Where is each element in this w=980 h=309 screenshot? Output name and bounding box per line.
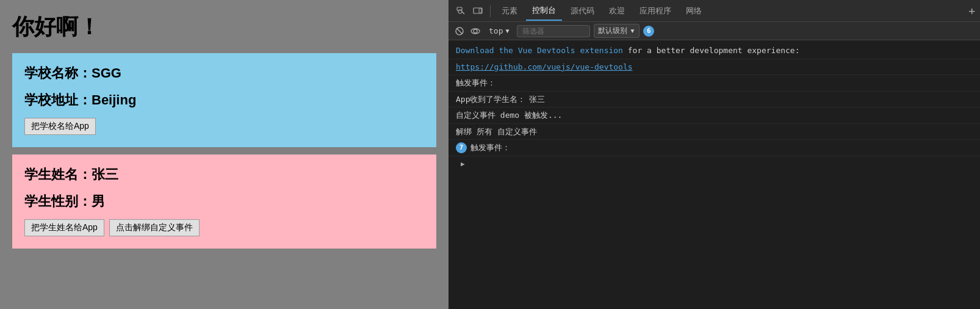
right-panel: 元素 控制台 源代码 欢迎 应用程序 网络 + top ▼: [449, 0, 980, 309]
svg-point-7: [474, 29, 477, 33]
unbind-custom-event-button[interactable]: 点击解绑自定义事件: [109, 219, 200, 236]
console-toolbar: top ▼ 默认级别 ▼ 6: [449, 22, 980, 40]
log-level-label: 默认级别: [598, 26, 627, 36]
clear-console-icon[interactable]: [453, 25, 466, 37]
console-text: 触发事件：: [470, 142, 510, 154]
normal-text: for a better development experience:: [628, 46, 800, 55]
context-dropdown[interactable]: top ▼: [485, 25, 513, 37]
device-toggle-icon[interactable]: [470, 4, 485, 18]
devtools-link[interactable]: https://github.com/vuejs/vue-devtools: [456, 61, 633, 73]
school-name-value: SGG: [92, 65, 121, 81]
error-count-badge: 6: [643, 26, 654, 37]
log-level-dropdown[interactable]: 默认级别 ▼: [594, 24, 640, 38]
console-text: Download the Vue Devtools extension for …: [456, 45, 800, 57]
svg-line-1: [462, 12, 464, 14]
student-btn-row: 把学生姓名给App 点击解绑自定义事件: [24, 219, 424, 236]
console-line: 解绑 所有 自定义事件: [449, 124, 980, 140]
student-name-line: 学生姓名：张三: [24, 165, 424, 184]
repeat-count-badge: 7: [456, 142, 467, 153]
student-gender-label: 学生性别：: [24, 194, 92, 209]
context-label: top: [489, 26, 503, 35]
student-gender-line: 学生性别：男: [24, 192, 424, 211]
console-line: https://github.com/vuejs/vue-devtools: [449, 59, 980, 76]
console-settings-icon[interactable]: [469, 25, 481, 37]
inspect-icon[interactable]: [453, 4, 468, 18]
student-gender-value: 男: [92, 194, 105, 209]
student-name-to-app-button[interactable]: 把学生姓名给App: [24, 219, 104, 236]
console-line: 触发事件：: [449, 75, 980, 92]
main-title: 你好啊！: [12, 12, 436, 42]
left-panel: 你好啊！ 学校名称：SGG 学校地址：Beijing 把学校名给App 学生姓名…: [0, 0, 449, 309]
student-name-value: 张三: [92, 167, 118, 182]
school-name-label: 学校名称：: [24, 65, 92, 81]
log-level-arrow-icon: ▼: [630, 27, 636, 34]
school-name-to-app-button[interactable]: 把学校名给App: [24, 118, 96, 135]
console-text: 触发事件：: [456, 77, 495, 89]
devtools-tab-bar: 元素 控制台 源代码 欢迎 应用程序 网络 +: [449, 0, 980, 22]
student-box: 学生姓名：张三 学生性别：男 把学生姓名给App 点击解绑自定义事件: [12, 154, 436, 249]
tab-welcome[interactable]: 欢迎: [603, 2, 631, 20]
tab-application[interactable]: 应用程序: [633, 2, 677, 20]
console-text: App收到了学生名：张三: [456, 93, 545, 106]
svg-rect-4: [479, 9, 481, 13]
tab-console[interactable]: 控制台: [526, 1, 562, 21]
add-tab-icon[interactable]: +: [968, 4, 975, 17]
student-name-label: 学生姓名：: [24, 167, 92, 182]
console-content: Download the Vue Devtools extension for …: [449, 40, 980, 309]
console-line-with-badge: 7 触发事件：: [449, 140, 980, 156]
school-name-line: 学校名称：SGG: [24, 64, 424, 82]
tab-elements[interactable]: 元素: [495, 2, 524, 20]
school-address-label: 学校地址：: [24, 92, 92, 107]
school-btn-row: 把学校名给App: [24, 118, 424, 135]
school-address-value: Beijing: [92, 92, 136, 107]
tab-sources[interactable]: 源代码: [564, 2, 600, 20]
console-line: 自定义事件 demo 被触发...: [449, 107, 980, 124]
console-line: App收到了学生名：张三: [449, 92, 980, 108]
highlight-text: Download the Vue Devtools extension: [456, 46, 623, 55]
school-address-line: 学校地址：Beijing: [24, 91, 424, 109]
expand-arrow-icon[interactable]: ▶: [458, 158, 467, 171]
divider: [490, 5, 491, 17]
school-box: 学校名称：SGG 学校地址：Beijing 把学校名给App: [12, 53, 436, 147]
svg-line-6: [457, 28, 463, 34]
expand-row: ▶: [449, 156, 980, 173]
dropdown-arrow-icon: ▼: [505, 27, 509, 34]
tab-network[interactable]: 网络: [680, 2, 708, 20]
console-filter-input[interactable]: [517, 25, 590, 37]
console-text: 自定义事件 demo 被触发...: [456, 109, 562, 122]
console-line: Download the Vue Devtools extension for …: [449, 43, 980, 59]
console-text: 解绑 所有 自定义事件: [456, 126, 537, 138]
